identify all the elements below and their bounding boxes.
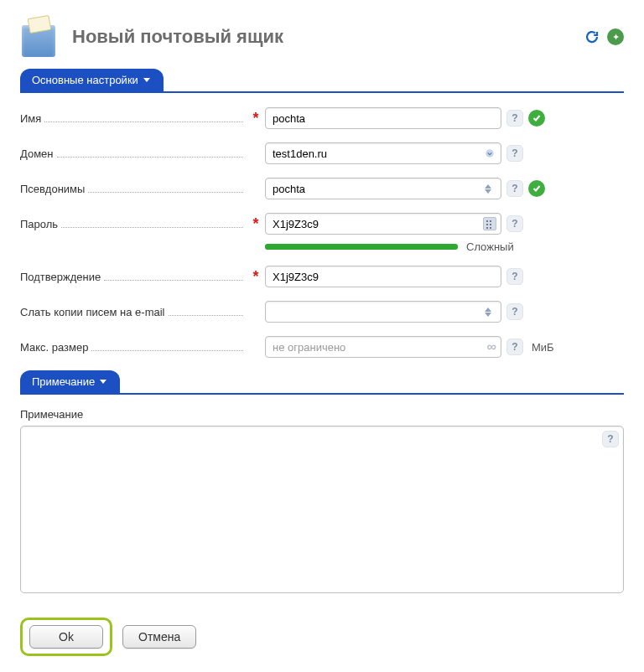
check-ok-icon	[528, 110, 545, 127]
infinity-icon[interactable]: ∞	[487, 339, 496, 354]
label-confirm: Подтверждение	[20, 271, 101, 283]
copies-input[interactable]	[265, 301, 501, 323]
password-strength-label: Сложный	[466, 240, 514, 253]
help-icon[interactable]: ?	[506, 145, 523, 162]
maxsize-input[interactable]	[265, 336, 501, 358]
note-textarea[interactable]	[20, 426, 624, 593]
cancel-button[interactable]: Отмена	[122, 625, 196, 649]
chevron-down-icon	[143, 78, 150, 82]
mailbox-icon	[20, 17, 60, 57]
help-icon[interactable]: ?	[506, 110, 523, 127]
label-maxsize: Макс. размер	[20, 341, 88, 354]
label-copies: Слать копии писем на e-mail	[20, 306, 165, 318]
check-ok-icon	[528, 180, 545, 197]
page-title: Новый почтовый ящик	[72, 26, 584, 48]
globe-icon[interactable]: ✦	[607, 28, 624, 45]
section-note-label: Примечание	[32, 375, 95, 388]
unit-mib: МиБ	[532, 341, 554, 354]
help-icon[interactable]: ?	[602, 431, 619, 447]
help-icon[interactable]: ?	[506, 339, 523, 355]
label-name: Имя	[20, 112, 41, 125]
help-icon[interactable]: ?	[506, 215, 523, 232]
generate-password-icon[interactable]	[483, 217, 496, 230]
svg-point-0	[486, 149, 493, 157]
confirm-input[interactable]	[265, 266, 501, 287]
name-input[interactable]	[265, 107, 501, 129]
ok-button[interactable]: Ok	[29, 625, 103, 649]
dropdown-icon[interactable]	[483, 147, 496, 160]
stepper-icon[interactable]	[485, 302, 498, 321]
aliases-input[interactable]	[265, 178, 501, 199]
label-password: Пароль	[20, 218, 58, 230]
required-mark: *	[247, 110, 265, 127]
help-icon[interactable]: ?	[506, 180, 523, 197]
required-mark: *	[247, 215, 265, 233]
help-icon[interactable]: ?	[506, 303, 523, 320]
label-note: Примечание	[20, 408, 624, 421]
required-mark: *	[247, 268, 265, 286]
label-domain: Домен	[20, 147, 54, 160]
password-strength-bar	[265, 244, 458, 250]
section-main-settings[interactable]: Основные настройки	[20, 69, 164, 91]
section-main-label: Основные настройки	[32, 74, 138, 86]
section-note[interactable]: Примечание	[20, 370, 120, 393]
stepper-icon[interactable]	[485, 179, 498, 198]
label-aliases: Псевдонимы	[20, 183, 85, 195]
chevron-down-icon	[100, 380, 106, 384]
ok-highlight: Ok	[20, 618, 112, 656]
refresh-icon[interactable]	[584, 28, 600, 45]
password-input[interactable]	[265, 213, 501, 235]
domain-select[interactable]	[265, 142, 501, 164]
help-icon[interactable]: ?	[506, 268, 523, 285]
